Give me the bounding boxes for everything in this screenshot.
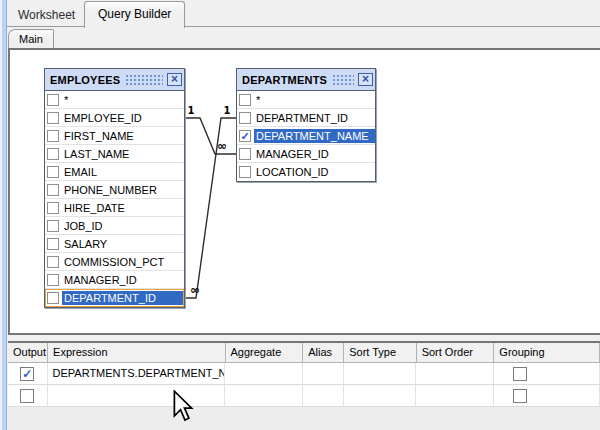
column-label-employee_id[interactable]: EMPLOYEE_ID — [62, 111, 144, 125]
column-row-department_id[interactable]: DEPARTMENT_ID — [45, 289, 184, 307]
column-checkbox-last_name[interactable] — [47, 148, 59, 160]
table-title: DEPARTMENTS — [242, 74, 327, 86]
table-header-departments[interactable]: DEPARTMENTS× — [237, 69, 375, 91]
column-label-hire_date[interactable]: HIRE_DATE — [62, 201, 127, 215]
cell-grouping[interactable] — [494, 363, 600, 384]
query-builder-canvas[interactable]: 1 1 ∞ ∞ EMPLOYEES×*EMPLOYEE_IDFIRST_NAME… — [8, 48, 600, 335]
column-label-star[interactable]: * — [62, 93, 70, 107]
column-label-star[interactable]: * — [254, 93, 262, 107]
cell-expression[interactable]: DEPARTMENTS.DEPARTMENT_NAME — [48, 363, 226, 384]
column-row-hire_date[interactable]: HIRE_DATE — [45, 199, 184, 217]
table-title: EMPLOYEES — [50, 74, 120, 86]
column-row-email[interactable]: EMAIL — [45, 163, 184, 181]
tables-layer: EMPLOYEES×*EMPLOYEE_IDFIRST_NAMELAST_NAM… — [10, 50, 600, 333]
column-checkbox-employee_id[interactable] — [47, 112, 59, 124]
output-checkbox[interactable]: ✓ — [20, 367, 34, 381]
cell-alias[interactable] — [303, 363, 344, 384]
cell-aggregate[interactable] — [225, 385, 303, 406]
column-checkbox-manager_id[interactable] — [239, 148, 251, 160]
column-label-manager_id[interactable]: MANAGER_ID — [62, 273, 139, 287]
tab-worksheet[interactable]: Worksheet — [12, 6, 81, 24]
grid-header-row: OutputExpressionAggregateAliasSort TypeS… — [8, 343, 600, 363]
column-label-job_id[interactable]: JOB_ID — [62, 219, 105, 233]
column-checkbox-manager_id[interactable] — [47, 274, 59, 286]
table-employees[interactable]: EMPLOYEES×*EMPLOYEE_IDFIRST_NAMELAST_NAM… — [44, 68, 185, 308]
grid-header-output[interactable]: Output — [8, 343, 48, 362]
grid-header-expression[interactable]: Expression — [48, 343, 225, 362]
close-icon[interactable]: × — [358, 73, 373, 86]
column-label-location_id[interactable]: LOCATION_ID — [254, 165, 331, 179]
column-row-employee_id[interactable]: EMPLOYEE_ID — [45, 109, 184, 127]
column-row-manager_id[interactable]: MANAGER_ID — [45, 271, 184, 289]
column-checkbox-star[interactable] — [47, 94, 59, 106]
cell-aggregate[interactable] — [225, 363, 303, 384]
column-row-commission_pct[interactable]: COMMISSION_PCT — [45, 253, 184, 271]
cell-sort_order[interactable] — [416, 363, 494, 384]
column-label-manager_id[interactable]: MANAGER_ID — [254, 147, 331, 161]
column-checkbox-first_name[interactable] — [47, 130, 59, 142]
table-departments[interactable]: DEPARTMENTS×*DEPARTMENT_ID✓DEPARTMENT_NA… — [236, 68, 376, 182]
drag-handle-pattern-icon[interactable] — [331, 73, 354, 87]
grid-header-sort_order[interactable]: Sort Order — [417, 343, 495, 362]
column-row-first_name[interactable]: FIRST_NAME — [45, 127, 184, 145]
column-row-location_id[interactable]: LOCATION_ID — [237, 163, 375, 181]
column-label-commission_pct[interactable]: COMMISSION_PCT — [62, 255, 166, 269]
column-row-department_id[interactable]: DEPARTMENT_ID — [237, 109, 375, 127]
column-checkbox-phone_number[interactable] — [47, 184, 59, 196]
column-label-department_id[interactable]: DEPARTMENT_ID — [254, 111, 350, 125]
column-checkbox-department_id[interactable] — [239, 112, 251, 124]
close-icon[interactable]: × — [167, 73, 182, 86]
grouping-checkbox[interactable] — [513, 389, 527, 403]
column-row-salary[interactable]: SALARY — [45, 235, 184, 253]
column-checkbox-star[interactable] — [239, 94, 251, 106]
column-checkbox-commission_pct[interactable] — [47, 256, 59, 268]
column-label-phone_number[interactable]: PHONE_NUMBER — [62, 183, 159, 197]
column-checkbox-department_id[interactable] — [47, 292, 59, 304]
column-row-department_name[interactable]: ✓DEPARTMENT_NAME — [237, 127, 375, 145]
column-row-phone_number[interactable]: PHONE_NUMBER — [45, 181, 184, 199]
grid-header-aggregate[interactable]: Aggregate — [226, 343, 304, 362]
column-label-department_id[interactable]: DEPARTMENT_ID — [62, 291, 184, 305]
column-label-email[interactable]: EMAIL — [62, 165, 99, 179]
cell-sort_order[interactable] — [416, 385, 494, 406]
column-checkbox-location_id[interactable] — [239, 166, 251, 178]
table-header-employees[interactable]: EMPLOYEES× — [45, 69, 184, 91]
column-row-job_id[interactable]: JOB_ID — [45, 217, 184, 235]
vertical-splitter[interactable] — [0, 0, 7, 430]
drag-handle-pattern-icon[interactable] — [124, 73, 163, 87]
results-grid: OutputExpressionAggregateAliasSort TypeS… — [8, 341, 600, 430]
column-label-last_name[interactable]: LAST_NAME — [62, 147, 131, 161]
grid-header-alias[interactable]: Alias — [303, 343, 344, 362]
cell-sort_type[interactable] — [344, 385, 417, 406]
cell-output[interactable]: ✓ — [8, 363, 48, 384]
sub-tab-bar: Main — [7, 27, 600, 48]
grid-header-sort_type[interactable]: Sort Type — [344, 343, 416, 362]
column-checkbox-job_id[interactable] — [47, 220, 59, 232]
column-row-star[interactable]: * — [45, 91, 184, 109]
column-checkbox-salary[interactable] — [47, 238, 59, 250]
column-label-first_name[interactable]: FIRST_NAME — [62, 129, 136, 143]
grid-row-1[interactable] — [8, 385, 600, 407]
cell-alias[interactable] — [303, 385, 344, 406]
column-checkbox-department_name[interactable]: ✓ — [239, 130, 251, 142]
grid-row-0[interactable]: ✓DEPARTMENTS.DEPARTMENT_NAME — [8, 363, 600, 385]
column-row-last_name[interactable]: LAST_NAME — [45, 145, 184, 163]
column-checkbox-email[interactable] — [47, 166, 59, 178]
cell-output[interactable] — [8, 385, 48, 406]
grid-header-grouping[interactable]: Grouping — [494, 343, 600, 362]
column-label-salary[interactable]: SALARY — [62, 237, 109, 251]
tab-query-builder[interactable]: Query Builder — [84, 1, 185, 28]
tab-main[interactable]: Main — [8, 29, 54, 48]
output-checkbox[interactable] — [20, 389, 34, 403]
cell-sort_type[interactable] — [344, 363, 417, 384]
grouping-checkbox[interactable] — [513, 367, 527, 381]
column-row-star[interactable]: * — [237, 91, 375, 109]
grid-body: ✓DEPARTMENTS.DEPARTMENT_NAME — [8, 363, 600, 407]
column-row-manager_id[interactable]: MANAGER_ID — [237, 145, 375, 163]
mouse-cursor-icon — [172, 390, 194, 422]
column-checkbox-hire_date[interactable] — [47, 202, 59, 214]
cell-expression[interactable] — [48, 385, 226, 406]
column-label-department_name[interactable]: DEPARTMENT_NAME — [254, 129, 375, 143]
cell-grouping[interactable] — [494, 385, 600, 406]
editor-tab-bar: Worksheet Query Builder — [7, 0, 600, 27]
